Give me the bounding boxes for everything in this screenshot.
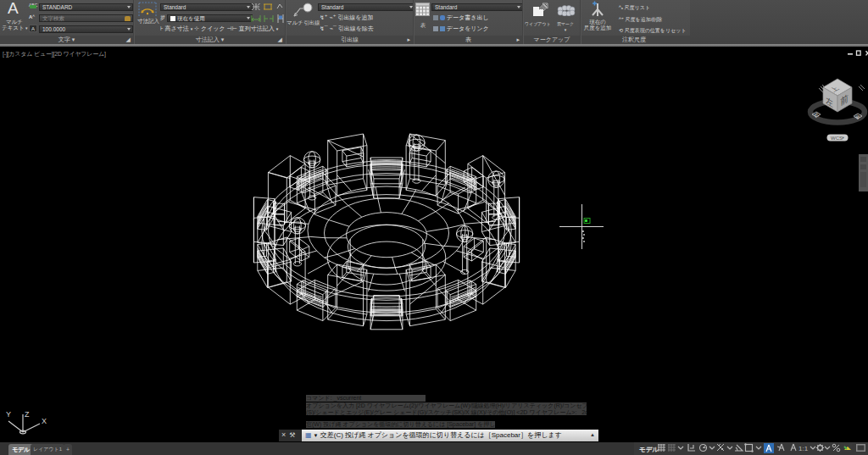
svg-text:モデル: モデル bbox=[639, 446, 659, 453]
svg-text:1:1: 1:1 bbox=[798, 445, 809, 452]
